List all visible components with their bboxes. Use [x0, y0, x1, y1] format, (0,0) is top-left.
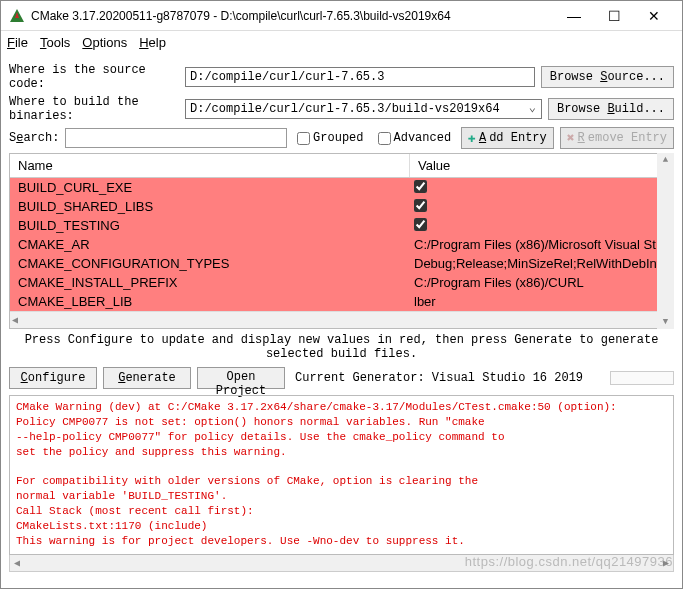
- table-vscrollbar[interactable]: ▲▼: [657, 153, 674, 329]
- progress-bar: [610, 371, 674, 385]
- open-project-button[interactable]: Open Project: [197, 367, 285, 389]
- plus-icon: ✚: [468, 130, 476, 146]
- table-hscrollbar[interactable]: ◀▶: [10, 311, 673, 328]
- window-title: CMake 3.17.20200511-g8787079 - D:\compil…: [31, 9, 554, 23]
- cache-name: CMAKE_INSTALL_PREFIX: [10, 275, 410, 290]
- cache-value[interactable]: [410, 180, 673, 196]
- cache-checkbox[interactable]: [414, 180, 427, 193]
- cache-checkbox[interactable]: [414, 218, 427, 231]
- col-name[interactable]: Name: [10, 154, 410, 177]
- cache-value[interactable]: lber: [410, 294, 673, 309]
- menu-help[interactable]: Help: [139, 35, 166, 50]
- maximize-button[interactable]: ☐: [594, 2, 634, 30]
- table-row[interactable]: CMAKE_ARC:/Program Files (x86)/Microsoft…: [10, 235, 673, 254]
- menu-file[interactable]: File: [7, 35, 28, 50]
- browse-source-button[interactable]: Browse Source...: [541, 66, 674, 88]
- generate-button[interactable]: Generate: [103, 367, 191, 389]
- table-row[interactable]: BUILD_SHARED_LIBS: [10, 197, 673, 216]
- grouped-checkbox[interactable]: Grouped: [297, 131, 363, 145]
- cache-name: CMAKE_CONFIGURATION_TYPES: [10, 256, 410, 271]
- table-row[interactable]: BUILD_CURL_EXE: [10, 178, 673, 197]
- cache-value[interactable]: C:/Program Files (x86)/Microsoft Visual …: [410, 237, 673, 252]
- close-button[interactable]: ✕: [634, 2, 674, 30]
- remove-entry-button[interactable]: ✖ Remove Entry: [560, 127, 674, 149]
- configure-button[interactable]: Configure: [9, 367, 97, 389]
- cache-value[interactable]: [410, 199, 673, 215]
- cache-value[interactable]: [410, 218, 673, 234]
- cache-name: CMAKE_AR: [10, 237, 410, 252]
- browse-build-button[interactable]: Browse Build...: [548, 98, 674, 120]
- cache-table: Name Value BUILD_CURL_EXEBUILD_SHARED_LI…: [9, 153, 674, 329]
- output-log[interactable]: CMake Warning (dev) at C:/CMake 3.17.2x6…: [9, 395, 674, 555]
- cache-name: CMAKE_LBER_LIB: [10, 294, 410, 309]
- cache-name: BUILD_TESTING: [10, 218, 410, 233]
- table-row[interactable]: CMAKE_CONFIGURATION_TYPESDebug;Release;M…: [10, 254, 673, 273]
- add-entry-button[interactable]: ✚ Add Entry: [461, 127, 554, 149]
- advanced-checkbox[interactable]: Advanced: [378, 131, 452, 145]
- watermark: https://blog.csdn.net/qq21497936: [465, 554, 673, 569]
- hint-text: Press Configure to update and display ne…: [9, 329, 674, 365]
- search-label: Search:: [9, 131, 59, 145]
- menubar: File Tools Options Help: [1, 31, 682, 53]
- table-row[interactable]: CMAKE_LBER_LIBlber: [10, 292, 673, 311]
- cache-value[interactable]: C:/Program Files (x86)/CURL: [410, 275, 673, 290]
- cache-name: BUILD_CURL_EXE: [10, 180, 410, 195]
- search-input[interactable]: [65, 128, 287, 148]
- cache-value[interactable]: Debug;Release;MinSizeRel;RelWithDebInf: [410, 256, 673, 271]
- table-row[interactable]: CMAKE_INSTALL_PREFIXC:/Program Files (x8…: [10, 273, 673, 292]
- minimize-button[interactable]: —: [554, 2, 594, 30]
- table-row[interactable]: BUILD_TESTING: [10, 216, 673, 235]
- cache-name: BUILD_SHARED_LIBS: [10, 199, 410, 214]
- menu-tools[interactable]: Tools: [40, 35, 70, 50]
- col-value[interactable]: Value: [410, 154, 673, 177]
- menu-options[interactable]: Options: [82, 35, 127, 50]
- cache-checkbox[interactable]: [414, 199, 427, 212]
- current-generator-label: Current Generator: Visual Studio 16 2019: [295, 371, 583, 385]
- app-icon: [9, 8, 25, 24]
- build-label: Where to build the binaries:: [9, 95, 179, 123]
- x-icon: ✖: [567, 130, 575, 146]
- source-label: Where is the source code:: [9, 63, 179, 91]
- build-path-input[interactable]: [185, 99, 542, 119]
- source-path-input[interactable]: [185, 67, 535, 87]
- titlebar: CMake 3.17.20200511-g8787079 - D:\compil…: [1, 1, 682, 31]
